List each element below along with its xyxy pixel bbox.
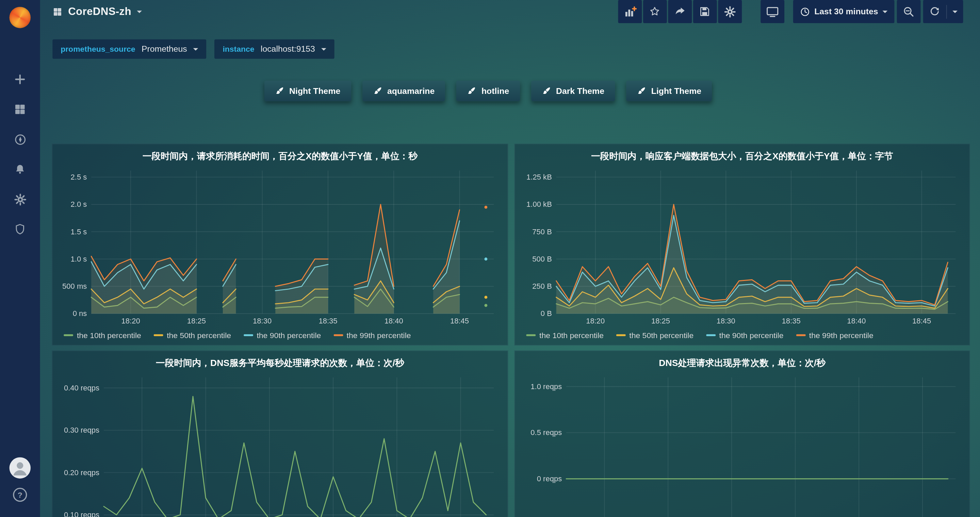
sidebar-item-alerting[interactable]	[12, 163, 28, 176]
paintbrush-icon	[542, 86, 551, 95]
dashboard-settings-button[interactable]	[718, 0, 742, 23]
theme-button-light[interactable]: Light Theme	[626, 81, 712, 101]
sidebar-item-create[interactable]	[12, 73, 28, 86]
svg-text:18:20: 18:20	[121, 317, 140, 325]
legend-item[interactable]: the 99th percentile	[796, 331, 873, 340]
template-variables-row: prometheus_source Prometheus instance lo…	[40, 40, 980, 59]
save-dashboard-button[interactable]	[693, 0, 717, 23]
svg-text:18:45: 18:45	[912, 317, 931, 325]
legend-series-label: the 90th percentile	[719, 331, 784, 340]
tv-monitor-icon	[765, 5, 779, 18]
add-panel-icon	[623, 5, 637, 18]
panel-title[interactable]: 一段时间内，响应客户端数据包大小，百分之X的数值小于Y值，单位：字节	[520, 149, 964, 166]
theme-button-dark[interactable]: Dark Theme	[531, 81, 615, 101]
chevron-down-icon	[882, 10, 888, 13]
share-icon	[674, 5, 686, 18]
theme-button-night[interactable]: Night Theme	[264, 81, 351, 101]
panel-title[interactable]: 一段时间内，DNS服务平均每秒处理请求的次数，单位：次/秒	[57, 355, 503, 373]
dashboard-grid-icon	[52, 6, 62, 16]
dashboards-grid-icon	[14, 103, 26, 116]
legend-item[interactable]: the 50th percentile	[616, 331, 694, 340]
cycle-view-button[interactable]	[760, 0, 784, 23]
panel-request-rate: 一段时间内，DNS服务平均每秒处理请求的次数，单位：次/秒 0.10 reqps…	[52, 350, 508, 517]
legend-series-swatch	[616, 335, 626, 336]
svg-text:0.40 reqps: 0.40 reqps	[64, 384, 99, 392]
legend-item[interactable]: the 90th percentile	[243, 331, 321, 340]
panel-title[interactable]: 一段时间内，请求所消耗的时间，百分之X的数值小于Y值，单位：秒	[57, 149, 503, 166]
refresh-interval-dropdown[interactable]	[947, 0, 963, 23]
refresh-button-group	[923, 0, 963, 23]
svg-text:1.0 reqps: 1.0 reqps	[530, 382, 562, 391]
theme-button-label: Light Theme	[651, 86, 701, 95]
legend-item[interactable]: the 10th percentile	[64, 331, 141, 340]
svg-text:1.25 kB: 1.25 kB	[527, 173, 552, 181]
help-button[interactable]: ?	[11, 486, 29, 503]
legend-item[interactable]: the 50th percentile	[154, 331, 231, 340]
legend-item[interactable]: the 90th percentile	[706, 331, 783, 340]
user-avatar-button[interactable]	[10, 457, 30, 478]
theme-button-hotline[interactable]: hotline	[457, 81, 520, 101]
time-range-picker[interactable]: Last 30 minutes	[793, 0, 894, 23]
variable-prometheus-source[interactable]: prometheus_source Prometheus	[52, 40, 206, 59]
refresh-button[interactable]	[923, 0, 946, 23]
theme-button-aquamarine[interactable]: aquamarine	[363, 81, 445, 101]
theme-button-label: Dark Theme	[556, 86, 605, 95]
svg-text:750 B: 750 B	[532, 228, 552, 236]
theme-buttons-row: Night Theme aquamarine hotline Dark Them…	[40, 81, 980, 101]
grafana-app: ? CoreDNS-zh	[0, 0, 980, 517]
svg-text:2.5 s: 2.5 s	[71, 173, 87, 181]
svg-text:0 B: 0 B	[541, 309, 552, 318]
chart-canvas: -0.5 reqps0 reqps0.5 reqps1.0 reqps18:20…	[520, 373, 964, 517]
legend-series-label: the 99th percentile	[347, 331, 411, 340]
legend-item[interactable]: the 10th percentile	[527, 331, 604, 340]
question-circle-icon: ?	[12, 487, 28, 503]
chart-canvas: 0 B250 B500 B750 B1.00 kB1.25 kB18:2018:…	[520, 166, 964, 328]
sidebar-item-server-admin[interactable]	[12, 222, 28, 236]
settings-gear-icon	[724, 5, 737, 18]
legend-item[interactable]: the 99th percentile	[334, 331, 411, 340]
clock-icon	[800, 6, 810, 16]
svg-text:18:45: 18:45	[450, 317, 469, 325]
grafana-logo-button[interactable]	[0, 0, 40, 35]
share-dashboard-button[interactable]	[668, 0, 692, 23]
chart-response-size[interactable]: 0 B250 B500 B750 B1.00 kB1.25 kB18:2018:…	[520, 166, 964, 328]
svg-text:500 ms: 500 ms	[62, 282, 87, 290]
chart-exceptions[interactable]: -0.5 reqps0 reqps0.5 reqps1.0 reqps18:20…	[520, 373, 964, 517]
variable-instance[interactable]: instance localhost:9153	[215, 40, 334, 59]
legend-series-swatch	[154, 335, 163, 336]
panel-title[interactable]: DNS处理请求出现异常次数，单位：次/秒	[520, 355, 964, 373]
dashboard-picker[interactable]: CoreDNS-zh	[52, 5, 142, 18]
svg-text:?: ?	[18, 490, 22, 499]
star-icon	[649, 6, 661, 18]
save-icon	[699, 6, 711, 18]
chart-request-duration[interactable]: 0 ns500 ms1.0 s1.5 s2.0 s2.5 s18:2018:25…	[57, 166, 503, 328]
add-panel-button[interactable]	[618, 0, 642, 23]
main-area: CoreDNS-zh	[40, 0, 980, 517]
legend-series-swatch	[527, 335, 536, 336]
avatar	[10, 457, 30, 478]
theme-button-label: aquamarine	[387, 86, 434, 95]
sidebar-item-explore[interactable]	[12, 132, 28, 146]
top-nav: CoreDNS-zh	[40, 0, 980, 23]
panel-exceptions: DNS处理请求出现异常次数，单位：次/秒 -0.5 reqps0 reqps0.…	[514, 350, 970, 517]
svg-text:250 B: 250 B	[532, 282, 552, 290]
zoom-out-button[interactable]	[897, 0, 921, 23]
chevron-down-icon	[953, 10, 958, 13]
legend-series-label: the 50th percentile	[167, 331, 231, 340]
sidebar-item-dashboards[interactable]	[12, 102, 28, 116]
svg-text:0.20 reqps: 0.20 reqps	[64, 468, 99, 477]
chart-legend: the 10th percentilethe 50th percentileth…	[520, 327, 964, 343]
chart-request-rate[interactable]: 0.10 reqps0.20 reqps0.30 reqps0.40 reqps…	[57, 373, 503, 517]
dashboard-panel-grid: 一段时间内，请求所消耗的时间，百分之X的数值小于Y值，单位：秒 0 ns500 …	[40, 144, 980, 517]
legend-series-swatch	[64, 335, 73, 336]
svg-text:18:40: 18:40	[847, 317, 865, 325]
paintbrush-icon	[637, 86, 646, 95]
star-dashboard-button[interactable]	[643, 0, 667, 23]
zoom-out-icon	[902, 5, 915, 18]
chevron-down-icon	[193, 48, 198, 50]
variable-value: localhost:9153	[261, 44, 315, 54]
sidebar-item-configuration[interactable]	[12, 192, 28, 206]
legend-series-label: the 90th percentile	[256, 331, 321, 340]
variable-value: Prometheus	[142, 44, 187, 54]
svg-text:1.5 s: 1.5 s	[71, 228, 87, 236]
